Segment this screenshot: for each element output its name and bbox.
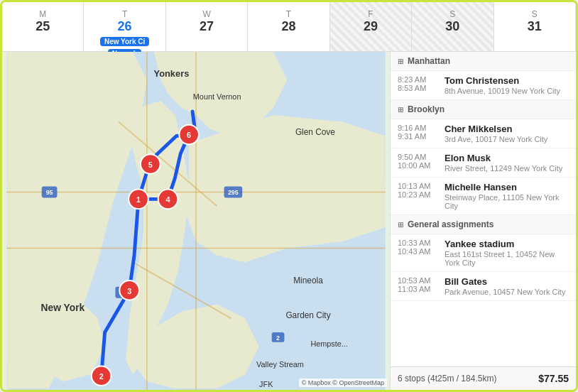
day-week-label: T <box>286 9 291 19</box>
section-grid-icon: ⊞ <box>398 221 403 229</box>
stop-details: Michelle HansenSteinway Place, 11105 New… <box>445 182 569 210</box>
section-header-general: ⊞General assignments <box>391 215 576 234</box>
map-attribution: © Mapbox © OpenStreetMap <box>299 379 387 387</box>
stop-address: Park Avenue, 10457 New York City <box>445 288 569 296</box>
stop-address: 3rd Ave, 10017 New York City <box>445 135 569 143</box>
map-svg: 95 495 295 2 Yonkers Mount Vernon Glen C… <box>2 52 390 390</box>
day-num: 26 <box>118 19 132 34</box>
stop-depart: 11:03 AM <box>398 285 437 293</box>
right-panel: ⊞Manhattan8:23 AM8:53 AMTom Christensen8… <box>390 52 576 390</box>
stop-depart: 10:23 AM <box>398 190 437 199</box>
stop-name: Michelle Hansen <box>445 182 569 192</box>
svg-text:1: 1 <box>136 195 141 204</box>
stop-times: 9:16 AM9:31 AM <box>398 124 437 141</box>
section-grid-icon: ⊞ <box>398 106 403 114</box>
svg-text:6: 6 <box>187 131 191 139</box>
day-week-label: S <box>532 9 538 19</box>
stop-details: Tom Christensen8th Avenue, 10019 New Yor… <box>445 75 569 95</box>
stop-times: 9:50 AM10:00 AM <box>398 153 437 170</box>
stop-details: Yankee stadiumEast 161st Street 1, 10452… <box>445 239 569 267</box>
stop-depart: 10:43 AM <box>398 247 437 256</box>
svg-text:Valley Stream: Valley Stream <box>256 360 304 369</box>
stop-item[interactable]: 10:33 AM10:43 AMYankee stadiumEast 161st… <box>391 234 576 272</box>
stop-item[interactable]: 9:50 AM10:00 AMElon MuskRiver Street, 11… <box>391 148 576 178</box>
day-tab-mon[interactable]: M25 <box>2 2 84 51</box>
stop-arrive: 10:53 AM <box>398 276 437 285</box>
day-week-label: W <box>202 9 210 19</box>
stop-times: 10:13 AM10:23 AM <box>398 182 437 199</box>
stop-item[interactable]: 10:53 AM11:03 AMBill GatesPark Avenue, 1… <box>391 272 576 301</box>
stop-name: Yankee stadium <box>445 239 569 249</box>
footer-price: $77.55 <box>538 373 569 384</box>
svg-text:95: 95 <box>46 189 53 196</box>
stop-arrive: 10:33 AM <box>398 239 437 247</box>
day-num: 30 <box>445 19 459 34</box>
stop-depart: 8:53 AM <box>398 84 437 92</box>
section-title: Manhattan <box>408 56 450 66</box>
day-week-label: T <box>122 9 127 19</box>
svg-text:5: 5 <box>148 160 153 169</box>
svg-text:Hempste...: Hempste... <box>310 339 348 348</box>
stop-times: 10:33 AM10:43 AM <box>398 239 437 256</box>
stop-details: Elon MuskRiver Street, 11249 New York Ci… <box>445 153 569 173</box>
stop-arrive: 9:50 AM <box>398 153 437 161</box>
day-week-label: M <box>39 9 46 19</box>
stop-item[interactable]: 10:13 AM10:23 AMMichelle HansenSteinway … <box>391 178 576 215</box>
stop-name: Elon Musk <box>445 153 569 163</box>
stop-arrive: 9:16 AM <box>398 124 437 132</box>
stop-address: 8th Avenue, 10019 New York City <box>445 87 569 95</box>
stop-name: Bill Gates <box>445 276 569 287</box>
day-tab-thu[interactable]: T28 <box>248 2 329 51</box>
panel-footer: 6 stops (4t25m / 184.5km)$77.55 <box>391 366 576 390</box>
day-num: 29 <box>364 19 378 34</box>
app-container: M25T26New York CiNewarkW27T28F29S30S31 <box>2 2 576 390</box>
day-tabs: M25T26New York CiNewarkW27T28F29S30S31 <box>2 2 576 52</box>
footer-stops-label: 6 stops (4t25m / 184.5km) <box>398 374 496 383</box>
svg-text:2: 2 <box>99 372 104 381</box>
stop-arrive: 10:13 AM <box>398 182 437 190</box>
svg-text:295: 295 <box>228 189 239 196</box>
map-area: 95 495 295 2 Yonkers Mount Vernon Glen C… <box>2 52 390 390</box>
day-num: 25 <box>36 19 50 34</box>
stop-name: Cher Mikkelsen <box>445 124 569 134</box>
day-tab-sun[interactable]: S31 <box>494 2 576 51</box>
svg-text:Yonkers: Yonkers <box>154 68 190 79</box>
svg-text:Mineola: Mineola <box>293 276 323 285</box>
main-content: 95 495 295 2 Yonkers Mount Vernon Glen C… <box>2 52 576 390</box>
day-tab-wed[interactable]: W27 <box>166 2 248 51</box>
section-title: Brooklyn <box>408 104 445 114</box>
day-tab-fri[interactable]: F29 <box>330 2 412 51</box>
svg-text:3: 3 <box>127 287 131 295</box>
stop-depart: 10:00 AM <box>398 161 437 170</box>
svg-text:New York: New York <box>41 302 85 313</box>
stop-address: Steinway Place, 11105 New York City <box>445 193 569 210</box>
day-num: 28 <box>281 19 295 34</box>
stop-name: Tom Christensen <box>445 75 569 86</box>
stop-item[interactable]: 8:23 AM8:53 AMTom Christensen8th Avenue,… <box>391 71 576 100</box>
svg-text:Glen Cove: Glen Cove <box>295 127 335 137</box>
day-num: 31 <box>528 19 542 34</box>
day-tab-sat[interactable]: S30 <box>412 2 494 51</box>
section-title: General assignments <box>408 219 494 229</box>
svg-text:2: 2 <box>276 334 280 342</box>
stop-details: Cher Mikkelsen3rd Ave, 10017 New York Ci… <box>445 124 569 143</box>
svg-text:JFK: JFK <box>259 380 273 388</box>
stop-times: 8:23 AM8:53 AM <box>398 75 437 92</box>
stop-arrive: 8:23 AM <box>398 75 437 84</box>
stop-item[interactable]: 9:16 AM9:31 AMCher Mikkelsen3rd Ave, 100… <box>391 119 576 148</box>
section-grid-icon: ⊞ <box>398 58 403 65</box>
day-week-label: S <box>449 9 455 19</box>
svg-text:4: 4 <box>165 195 170 204</box>
day-week-label: F <box>368 9 373 19</box>
svg-text:Garden City: Garden City <box>285 310 330 320</box>
svg-text:Mount Vernon: Mount Vernon <box>193 92 241 101</box>
route-badge[interactable]: New York Ci <box>100 37 149 46</box>
stop-details: Bill GatesPark Avenue, 10457 New York Ci… <box>445 276 569 296</box>
stop-address: River Street, 11249 New York City <box>445 164 569 173</box>
section-header-brooklyn: ⊞Brooklyn <box>391 100 576 119</box>
day-tab-tue[interactable]: T26New York CiNewark <box>84 2 165 51</box>
day-num: 27 <box>200 19 214 34</box>
stop-times: 10:53 AM11:03 AM <box>398 276 437 293</box>
stop-depart: 9:31 AM <box>398 132 437 141</box>
stop-address: East 161st Street 1, 10452 New York City <box>445 250 569 267</box>
